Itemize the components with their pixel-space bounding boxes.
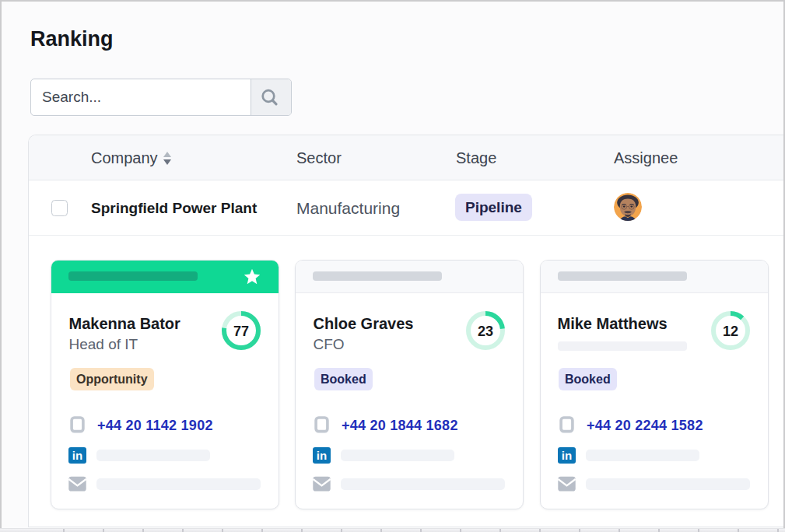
svg-text:23: 23 (478, 324, 493, 339)
svg-text:in: in (562, 449, 572, 462)
svg-text:12: 12 (723, 324, 738, 339)
svg-text:77: 77 (233, 324, 249, 339)
svg-text:in: in (317, 449, 327, 462)
svg-text:in: in (72, 449, 82, 462)
